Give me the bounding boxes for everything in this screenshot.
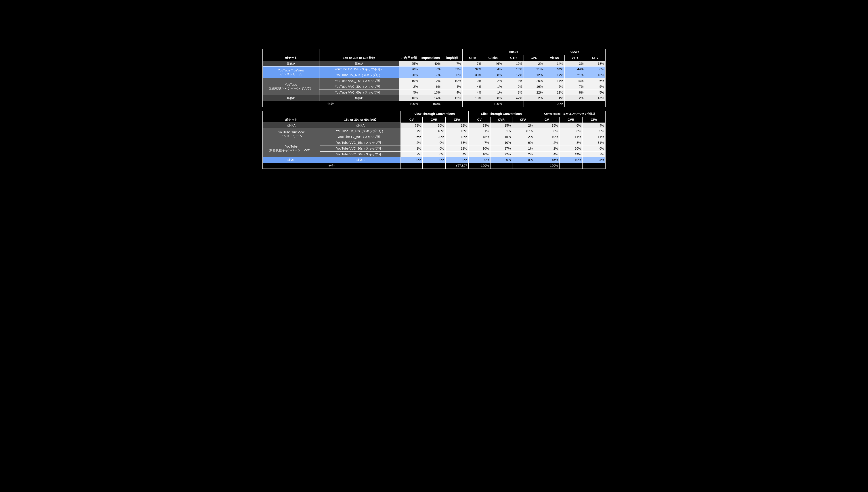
cell: 10% <box>442 78 462 84</box>
cell: 47% <box>585 95 606 101</box>
hdr-imp: Impressions <box>419 55 442 61</box>
cell: 6% <box>559 123 582 128</box>
cell: 16% <box>399 95 419 101</box>
cell: 7% <box>442 61 462 67</box>
cell: 17% <box>544 72 564 78</box>
hdr-cvr: CVR <box>490 117 512 123</box>
hdr-cpa: CPA <box>445 117 468 123</box>
hdr-cpa: CPA <box>582 117 605 123</box>
cell: - <box>490 163 512 169</box>
cell: 11% <box>559 134 582 140</box>
cell: 1% <box>490 128 512 134</box>
cell: 48% <box>468 134 490 140</box>
subhead-vvc30: YouTube VVC_30s（スキップ可） <box>319 84 399 90</box>
table-row: YouTube TrueView インストリーム YouTube TV_15s（… <box>263 128 606 134</box>
cell: 5% <box>585 84 606 90</box>
cell: 10% <box>399 78 419 84</box>
subhead-a: 媒体A <box>320 123 401 128</box>
cell: 14% <box>419 95 442 101</box>
cell: 6% <box>585 67 606 72</box>
table-row-total: 合計 - - ¥67,827 100% - - 100% - - <box>263 163 606 169</box>
cell: 100% <box>468 163 490 169</box>
table-2-conversions: View Through Conversions Click Through C… <box>262 111 606 169</box>
cell: 0% <box>490 157 512 163</box>
cell: 10% <box>534 134 559 140</box>
subhead-a: 媒体A <box>319 61 399 67</box>
rowhead-a: 媒体A <box>263 61 319 67</box>
cell: 11% <box>445 146 468 151</box>
cell: 100% <box>483 101 503 107</box>
cell: 11% <box>582 134 605 140</box>
table-row: 媒体A 媒体A 78% 30% 18% 23% 15% 2% 35% 6% 4% <box>263 123 606 128</box>
cell: 20% <box>399 72 419 78</box>
table-row-total: 合計 100% 100% - - 100% - - 100% - - <box>263 101 606 107</box>
cell: 31% <box>582 140 605 146</box>
hdr-cv: CV <box>534 117 559 123</box>
cell: 7% <box>401 128 423 134</box>
table-1-group-row: Clicks Views <box>263 49 606 55</box>
cell: 4% <box>442 90 462 95</box>
cell-highlight: 33% <box>559 151 582 157</box>
subhead-vvc15: YouTube VVC_15s（スキップ可） <box>319 78 399 84</box>
subhead-vvc15: YouTube VVC_15s（スキップ可） <box>320 140 401 146</box>
cell: 23% <box>468 123 490 128</box>
cell: 1% <box>483 84 503 90</box>
cell: 10% <box>468 151 490 157</box>
cell-highlight: 33% <box>544 67 564 72</box>
cell: 1% <box>468 128 490 134</box>
cell: 47% <box>503 95 524 101</box>
cell: 0% <box>401 157 423 163</box>
cell: 10% <box>490 140 512 146</box>
cell-highlight: 45% <box>534 157 559 163</box>
cell: 30% <box>423 134 445 140</box>
cell: 11% <box>544 90 564 95</box>
cell: 18% <box>445 123 468 128</box>
cell: 4% <box>534 151 559 157</box>
cell: 13% <box>462 95 483 101</box>
table-1-performance: Clicks Views ポケット 15s or 30s or 60s 比較 ご… <box>262 49 606 107</box>
hdr-views: Views <box>544 55 564 61</box>
cell: 0% <box>423 140 445 146</box>
hdr-cpc: CPC <box>524 55 544 61</box>
cell: 15% <box>490 123 512 128</box>
cell: 2% <box>399 84 419 90</box>
cell: 2% <box>503 84 524 90</box>
cell: 40% <box>419 61 442 67</box>
rowhead-b: 媒体B <box>263 95 319 101</box>
table-row: 媒体A 媒体A 25% 40% 7% 7% 46% 19% 2% 14% 3% … <box>263 61 606 67</box>
cell: 87% <box>512 128 534 134</box>
cell: 7% <box>582 151 605 157</box>
cell: - <box>503 101 524 107</box>
subhead-tv15: YouTube TV_15s（スキップ不可） <box>320 128 401 134</box>
table-row: 媒体B 媒体B 0% 0% 0% 0% 0% 0% 45% 10% 2% <box>263 157 606 163</box>
group-ctc: Click Through Conversions <box>468 111 534 117</box>
cell: - <box>559 163 582 169</box>
cell: 39% <box>582 128 605 134</box>
cell: 1% <box>483 90 503 95</box>
cell: 2% <box>512 123 534 128</box>
cell: 38% <box>483 95 503 101</box>
cell: ¥67,827 <box>445 163 468 169</box>
group-views: Views <box>544 49 606 55</box>
cell: 8% <box>564 90 585 95</box>
cell: 16% <box>524 84 544 90</box>
cell: - <box>524 101 544 107</box>
hdr-ctr: CTR <box>503 55 524 61</box>
cell: 4% <box>445 151 468 157</box>
cell: 0% <box>423 157 445 163</box>
cell: 2% <box>534 140 559 146</box>
table-2-header-row: ポケット 15s or 30s or 60s 比較 CV CVR CPA CV … <box>263 117 606 123</box>
cell: 2% <box>401 140 423 146</box>
cell: 2% <box>534 146 559 151</box>
cell: 0% <box>445 157 468 163</box>
hdr-pocket: ポケット <box>263 117 320 123</box>
cell: 7% <box>462 61 483 67</box>
hdr-pocket: ポケット <box>263 55 319 61</box>
cell-highlight: 5% <box>585 90 606 95</box>
hdr-cpm: CPM <box>462 55 483 61</box>
cell: 35% <box>534 123 559 128</box>
cell: 16% <box>445 128 468 134</box>
cell: 14% <box>544 61 564 67</box>
cell: 100% <box>544 101 564 107</box>
cell: 1% <box>401 146 423 151</box>
